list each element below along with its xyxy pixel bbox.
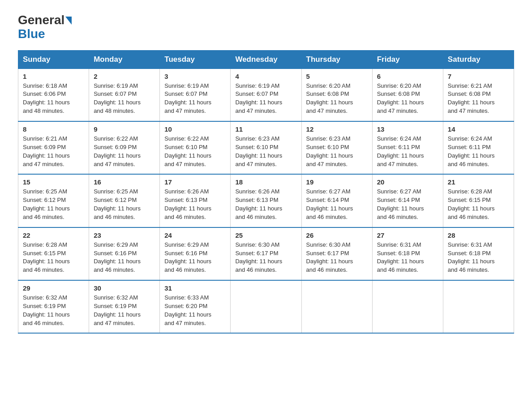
day-cell: 4Sunrise: 6:19 AMSunset: 6:07 PMDaylight… xyxy=(231,68,301,121)
day-info: Sunrise: 6:22 AMSunset: 6:09 PMDaylight:… xyxy=(94,135,155,168)
day-number: 3 xyxy=(164,73,226,80)
day-number: 24 xyxy=(164,231,226,239)
day-cell: 27Sunrise: 6:31 AMSunset: 6:18 PMDayligh… xyxy=(372,227,443,280)
day-info: Sunrise: 6:27 AMSunset: 6:14 PMDaylight:… xyxy=(377,188,438,221)
day-number: 17 xyxy=(164,178,226,186)
logo-blue: Blue xyxy=(18,27,45,41)
day-info: Sunrise: 6:30 AMSunset: 6:17 PMDaylight:… xyxy=(235,241,296,274)
day-info: Sunrise: 6:19 AMSunset: 6:07 PMDaylight:… xyxy=(235,82,296,116)
day-cell: 13Sunrise: 6:24 AMSunset: 6:11 PMDayligh… xyxy=(372,121,443,174)
logo: General Blue xyxy=(18,13,72,41)
day-cell: 16Sunrise: 6:25 AMSunset: 6:12 PMDayligh… xyxy=(89,174,160,227)
day-info: Sunrise: 6:31 AMSunset: 6:18 PMDaylight:… xyxy=(448,241,509,274)
day-info: Sunrise: 6:26 AMSunset: 6:13 PMDaylight:… xyxy=(235,188,296,221)
day-cell: 25Sunrise: 6:30 AMSunset: 6:17 PMDayligh… xyxy=(231,227,301,280)
day-cell: 28Sunrise: 6:31 AMSunset: 6:18 PMDayligh… xyxy=(443,227,514,280)
day-cell: 18Sunrise: 6:26 AMSunset: 6:13 PMDayligh… xyxy=(231,174,301,227)
day-number: 5 xyxy=(306,73,368,80)
day-number: 25 xyxy=(235,231,296,239)
header-monday: Monday xyxy=(89,50,160,68)
day-number: 31 xyxy=(164,284,226,292)
day-number: 13 xyxy=(377,125,438,133)
day-cell: 24Sunrise: 6:29 AMSunset: 6:16 PMDayligh… xyxy=(160,227,231,280)
day-number: 19 xyxy=(306,178,368,186)
week-row-5: 29Sunrise: 6:32 AMSunset: 6:19 PMDayligh… xyxy=(18,280,514,333)
day-info: Sunrise: 6:29 AMSunset: 6:16 PMDaylight:… xyxy=(94,241,155,274)
day-cell: 15Sunrise: 6:25 AMSunset: 6:12 PMDayligh… xyxy=(18,174,89,227)
calendar-body: 1Sunrise: 6:18 AMSunset: 6:06 PMDaylight… xyxy=(18,68,514,333)
day-info: Sunrise: 6:28 AMSunset: 6:15 PMDaylight:… xyxy=(23,241,84,274)
day-cell: 10Sunrise: 6:22 AMSunset: 6:10 PMDayligh… xyxy=(160,121,231,174)
day-cell: 1Sunrise: 6:18 AMSunset: 6:06 PMDaylight… xyxy=(18,68,89,121)
day-number: 28 xyxy=(448,231,509,239)
header-friday: Friday xyxy=(372,50,443,68)
day-number: 2 xyxy=(94,73,155,80)
day-cell: 9Sunrise: 6:22 AMSunset: 6:09 PMDaylight… xyxy=(89,121,160,174)
day-info: Sunrise: 6:24 AMSunset: 6:11 PMDaylight:… xyxy=(448,135,509,168)
day-cell: 8Sunrise: 6:21 AMSunset: 6:09 PMDaylight… xyxy=(18,121,89,174)
day-number: 11 xyxy=(235,125,296,133)
day-info: Sunrise: 6:24 AMSunset: 6:11 PMDaylight:… xyxy=(377,135,438,168)
day-info: Sunrise: 6:22 AMSunset: 6:10 PMDaylight:… xyxy=(164,135,226,168)
day-info: Sunrise: 6:28 AMSunset: 6:15 PMDaylight:… xyxy=(448,188,509,221)
day-info: Sunrise: 6:19 AMSunset: 6:07 PMDaylight:… xyxy=(94,82,155,116)
day-cell xyxy=(301,280,372,333)
day-info: Sunrise: 6:30 AMSunset: 6:17 PMDaylight:… xyxy=(306,241,368,274)
day-number: 27 xyxy=(377,231,438,239)
day-cell: 19Sunrise: 6:27 AMSunset: 6:14 PMDayligh… xyxy=(301,174,372,227)
day-cell: 17Sunrise: 6:26 AMSunset: 6:13 PMDayligh… xyxy=(160,174,231,227)
week-row-2: 8Sunrise: 6:21 AMSunset: 6:09 PMDaylight… xyxy=(18,121,514,174)
logo-arrow-icon xyxy=(65,17,72,25)
day-number: 20 xyxy=(377,178,438,186)
day-number: 21 xyxy=(448,178,509,186)
day-number: 22 xyxy=(23,231,84,239)
day-cell: 21Sunrise: 6:28 AMSunset: 6:15 PMDayligh… xyxy=(443,174,514,227)
day-cell: 30Sunrise: 6:32 AMSunset: 6:19 PMDayligh… xyxy=(89,280,160,333)
day-number: 8 xyxy=(23,125,84,133)
day-info: Sunrise: 6:32 AMSunset: 6:19 PMDaylight:… xyxy=(23,294,84,327)
day-cell: 2Sunrise: 6:19 AMSunset: 6:07 PMDaylight… xyxy=(89,68,160,121)
day-cell: 3Sunrise: 6:19 AMSunset: 6:07 PMDaylight… xyxy=(160,68,231,121)
day-info: Sunrise: 6:31 AMSunset: 6:18 PMDaylight:… xyxy=(377,241,438,274)
week-row-3: 15Sunrise: 6:25 AMSunset: 6:12 PMDayligh… xyxy=(18,174,514,227)
header-wednesday: Wednesday xyxy=(231,50,301,68)
day-cell xyxy=(372,280,443,333)
day-cell xyxy=(231,280,301,333)
day-cell: 6Sunrise: 6:20 AMSunset: 6:08 PMDaylight… xyxy=(372,68,443,121)
day-info: Sunrise: 6:25 AMSunset: 6:12 PMDaylight:… xyxy=(23,188,84,221)
day-cell: 31Sunrise: 6:33 AMSunset: 6:20 PMDayligh… xyxy=(160,280,231,333)
day-info: Sunrise: 6:23 AMSunset: 6:10 PMDaylight:… xyxy=(306,135,368,168)
day-cell: 14Sunrise: 6:24 AMSunset: 6:11 PMDayligh… xyxy=(443,121,514,174)
day-info: Sunrise: 6:29 AMSunset: 6:16 PMDaylight:… xyxy=(164,241,226,274)
day-number: 16 xyxy=(94,178,155,186)
day-cell: 20Sunrise: 6:27 AMSunset: 6:14 PMDayligh… xyxy=(372,174,443,227)
header-row: SundayMondayTuesdayWednesdayThursdayFrid… xyxy=(18,50,514,68)
day-number: 18 xyxy=(235,178,296,186)
day-info: Sunrise: 6:23 AMSunset: 6:10 PMDaylight:… xyxy=(235,135,296,168)
day-info: Sunrise: 6:18 AMSunset: 6:06 PMDaylight:… xyxy=(23,82,84,116)
day-cell: 11Sunrise: 6:23 AMSunset: 6:10 PMDayligh… xyxy=(231,121,301,174)
day-number: 4 xyxy=(235,73,296,80)
calendar-table: SundayMondayTuesdayWednesdayThursdayFrid… xyxy=(18,50,514,334)
day-number: 1 xyxy=(23,73,84,80)
day-info: Sunrise: 6:27 AMSunset: 6:14 PMDaylight:… xyxy=(306,188,368,221)
day-number: 10 xyxy=(164,125,226,133)
header-tuesday: Tuesday xyxy=(160,50,231,68)
day-info: Sunrise: 6:26 AMSunset: 6:13 PMDaylight:… xyxy=(164,188,226,221)
day-info: Sunrise: 6:33 AMSunset: 6:20 PMDaylight:… xyxy=(164,294,226,327)
day-cell: 7Sunrise: 6:21 AMSunset: 6:08 PMDaylight… xyxy=(443,68,514,121)
day-number: 23 xyxy=(94,231,155,239)
day-info: Sunrise: 6:19 AMSunset: 6:07 PMDaylight:… xyxy=(164,82,226,116)
week-row-1: 1Sunrise: 6:18 AMSunset: 6:06 PMDaylight… xyxy=(18,68,514,121)
logo-general: General xyxy=(18,13,64,27)
day-info: Sunrise: 6:20 AMSunset: 6:08 PMDaylight:… xyxy=(377,82,438,116)
day-number: 12 xyxy=(306,125,368,133)
day-number: 29 xyxy=(23,284,84,292)
day-cell xyxy=(443,280,514,333)
day-cell: 23Sunrise: 6:29 AMSunset: 6:16 PMDayligh… xyxy=(89,227,160,280)
week-row-4: 22Sunrise: 6:28 AMSunset: 6:15 PMDayligh… xyxy=(18,227,514,280)
day-cell: 5Sunrise: 6:20 AMSunset: 6:08 PMDaylight… xyxy=(301,68,372,121)
day-number: 15 xyxy=(23,178,84,186)
day-number: 26 xyxy=(306,231,368,239)
day-cell: 26Sunrise: 6:30 AMSunset: 6:17 PMDayligh… xyxy=(301,227,372,280)
